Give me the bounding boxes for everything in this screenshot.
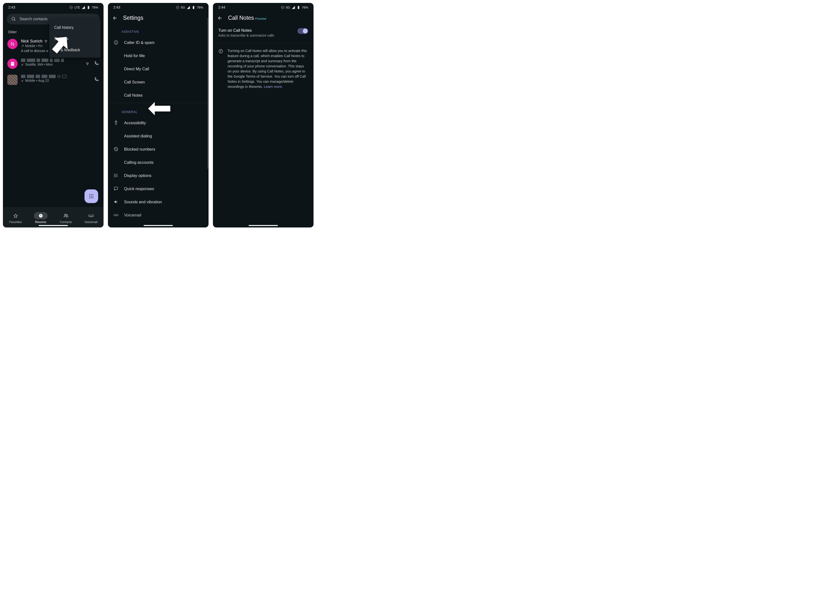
settings-accessibility[interactable]: Accessibility	[108, 116, 209, 129]
svg-point-23	[93, 198, 94, 198]
status-icons: 5G 76%	[176, 6, 203, 9]
clock-icon	[38, 213, 43, 218]
svg-point-18	[90, 196, 90, 197]
battery-icon	[192, 6, 195, 9]
network-label: 5G	[286, 6, 290, 9]
learn-more-link[interactable]: Learn more.	[264, 85, 283, 89]
status-bar: 2:44 5G 76%	[213, 3, 314, 11]
settings-direct[interactable]: Direct My Call	[108, 62, 209, 75]
call-button[interactable]	[94, 60, 99, 67]
svg-point-15	[90, 194, 90, 195]
gesture-bar[interactable]	[144, 225, 173, 226]
settings-quick[interactable]: Quick responses	[108, 182, 209, 195]
voicemail-icon	[113, 213, 119, 217]
svg-rect-8	[12, 63, 12, 63]
battery-icon	[87, 6, 90, 9]
bottom-nav: Favorites Recents Contacts Voicemail	[3, 207, 104, 227]
svg-point-25	[65, 214, 66, 216]
back-icon[interactable]	[112, 15, 118, 21]
avatar[interactable]	[7, 59, 18, 69]
battery-label: 76%	[302, 6, 308, 9]
settings-accounts[interactable]: Calling accounts	[108, 156, 209, 169]
settings-blocked[interactable]: Blocked numbers	[108, 142, 209, 156]
settings-caller-id[interactable]: Caller ID & spam	[108, 36, 209, 49]
star-icon	[13, 213, 18, 218]
svg-point-43	[114, 174, 115, 175]
call-meta: Mobile • Aug 22	[21, 79, 90, 82]
svg-point-6	[46, 42, 46, 43]
menu-call-history[interactable]: Call history	[49, 22, 101, 33]
svg-point-27	[88, 215, 90, 217]
status-time: 2:43	[113, 5, 120, 9]
search-icon	[11, 17, 16, 22]
signal-icon	[292, 6, 295, 9]
back-icon[interactable]	[217, 15, 223, 21]
gesture-bar[interactable]	[248, 225, 278, 226]
svg-point-17	[93, 194, 94, 195]
redacted-name	[21, 59, 82, 62]
sound-icon	[113, 199, 119, 204]
accessibility-icon	[113, 120, 119, 125]
svg-rect-10	[12, 63, 12, 64]
annotation-arrow-icon	[49, 35, 71, 54]
settings-voicemail[interactable]: Voicemail	[108, 208, 209, 221]
call-button[interactable]	[94, 77, 99, 83]
svg-rect-51	[298, 6, 299, 9]
svg-point-45	[114, 176, 115, 177]
nav-favorites[interactable]: Favorites	[9, 212, 22, 224]
dnd-icon	[176, 6, 179, 9]
nav-contacts[interactable]: Contacts	[59, 212, 73, 224]
settings-callscreen[interactable]: Call Screen	[108, 75, 209, 89]
dialpad-fab[interactable]	[85, 189, 98, 203]
alert-icon	[113, 40, 119, 45]
screen-call-notes: 2:44 5G 76% Call NotesPreview Turn on Ca…	[213, 3, 314, 227]
svg-point-26	[66, 214, 68, 216]
svg-point-22	[91, 198, 92, 198]
svg-point-36	[116, 43, 116, 44]
svg-point-55	[220, 50, 221, 50]
settings-hold[interactable]: Hold for Me	[108, 49, 209, 62]
call-meta: Seattle, WA • Mon	[21, 63, 82, 66]
svg-line-39	[115, 148, 117, 150]
status-bar: 2:43 LTE 76%	[3, 3, 104, 11]
voicemail-icon	[88, 213, 94, 218]
page-title: Call NotesPreview	[228, 15, 266, 21]
outgoing-icon	[21, 44, 24, 48]
svg-rect-7	[11, 62, 14, 66]
settings-callnotes[interactable]: Call Notes	[108, 89, 209, 102]
call-row[interactable]: Seattle, WA • Mon	[3, 56, 104, 72]
battery-icon	[297, 6, 300, 9]
avatar[interactable]	[7, 75, 18, 85]
svg-point-16	[91, 194, 92, 195]
toggle-call-notes[interactable]: Turn on Call Notes Asks to transcribe & …	[213, 23, 314, 42]
redacted-name	[21, 75, 90, 78]
verified-icon	[57, 75, 60, 78]
nav-voicemail[interactable]: Voicemail	[84, 212, 98, 224]
block-icon	[113, 147, 119, 151]
nav-recents[interactable]: Recents	[34, 212, 48, 224]
svg-rect-2	[88, 6, 89, 9]
network-label: LTE	[75, 6, 80, 9]
svg-line-5	[15, 20, 15, 21]
screen-settings: 2:43 5G 76% Settings ASSISTIVE Caller ID…	[108, 3, 209, 227]
svg-rect-32	[193, 6, 194, 9]
call-row[interactable]: Mobile • Aug 22	[3, 72, 104, 88]
svg-rect-11	[13, 63, 13, 64]
status-icons: LTE 76%	[69, 6, 98, 9]
status-bar: 2:43 5G 76%	[108, 3, 209, 11]
battery-label: 76%	[197, 6, 203, 9]
search-placeholder: Search contacts	[19, 17, 48, 21]
settings-sounds[interactable]: Sounds and vibration	[108, 195, 209, 208]
svg-point-12	[87, 65, 88, 65]
svg-point-4	[12, 17, 15, 20]
scrollbar[interactable]	[207, 18, 208, 169]
gesture-bar[interactable]	[38, 225, 68, 226]
settings-assisted[interactable]: Assisted dialing	[108, 129, 209, 142]
settings-display[interactable]: Display options	[108, 169, 209, 182]
svg-point-37	[116, 121, 116, 122]
svg-rect-9	[13, 63, 13, 63]
toggle-switch[interactable]	[297, 28, 308, 34]
avatar[interactable]: N	[7, 39, 18, 49]
signal-icon	[187, 6, 190, 9]
svg-rect-3	[88, 6, 89, 6]
